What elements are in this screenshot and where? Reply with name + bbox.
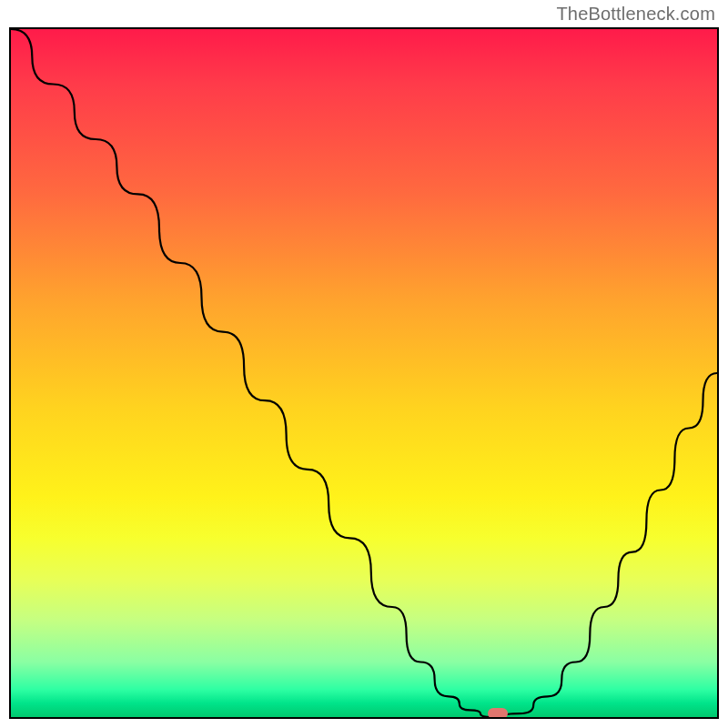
chart-frame <box>9 27 719 719</box>
bottleneck-curve <box>11 29 717 717</box>
curve-path <box>11 29 717 717</box>
watermark-text: TheBottleneck.com <box>556 4 715 25</box>
optimum-marker <box>488 708 508 719</box>
